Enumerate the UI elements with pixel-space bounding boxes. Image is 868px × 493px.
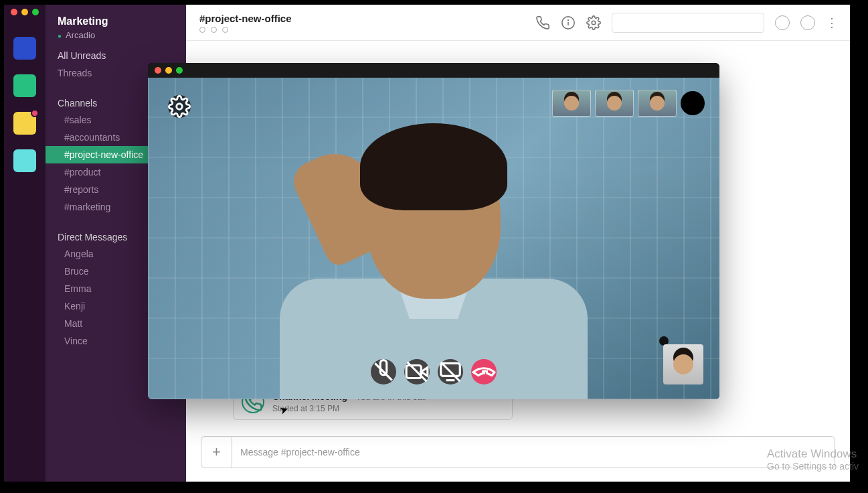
nav-all-unreads[interactable]: All Unreads [46,47,186,64]
channel-title: #project-new-office [199,13,292,24]
call-card-time: Started at 3:15 PM [272,404,426,413]
minimize-icon[interactable] [21,9,28,15]
video-call-window [148,63,719,399]
participant-thumb-2[interactable] [595,90,634,117]
maximize-icon[interactable] [176,67,183,74]
call-settings-button[interactable] [168,95,191,118]
notification-badge-icon [31,109,39,117]
svg-line-5 [375,363,392,380]
workspace-tile-1[interactable] [13,37,36,60]
call-controls [371,359,497,384]
participant-thumb-1[interactable] [552,90,591,117]
channel-subinfo [199,27,292,33]
maximize-icon[interactable] [32,9,39,15]
more-menu-icon[interactable]: ⋮ [826,15,837,30]
workspace-switcher [4,5,46,482]
channel-header: #project-new-office ⋮ [186,5,850,41]
info-icon[interactable] [561,15,576,30]
search-input[interactable] [612,13,764,33]
self-view[interactable] [663,344,703,384]
svg-point-3 [592,21,596,25]
camera-toggle-button[interactable] [404,359,430,384]
end-call-button[interactable] [471,359,497,384]
phone-icon[interactable] [535,15,550,30]
workspace-tile-4[interactable] [13,149,36,172]
svg-point-2 [568,19,569,20]
team-name: Marketing [58,15,174,27]
participant-thumbnails [552,90,705,117]
member-dot-icon [199,27,205,33]
gear-icon[interactable] [586,15,601,30]
team-header[interactable]: Marketing Arcadio [46,13,186,47]
participant-thumb-empty [681,91,705,115]
screenshare-button[interactable] [438,359,463,384]
workspace-tile-3[interactable] [13,112,36,135]
participant-thumb-3[interactable] [638,90,677,117]
mute-button[interactable] [371,359,396,384]
message-composer[interactable]: + Message #project-new-office [201,436,835,468]
starred-icon[interactable] [800,15,815,30]
channel-meta: #project-new-office [199,13,292,33]
attach-button[interactable]: + [201,437,232,468]
close-icon[interactable] [155,67,161,74]
user-presence: Arcadio [58,30,174,40]
main-video-feed [148,78,719,399]
minimize-icon[interactable] [165,67,172,74]
main-participant [260,111,608,399]
close-icon[interactable] [11,9,17,15]
window-traffic-lights [11,9,39,15]
composer-placeholder: Message #project-new-office [232,447,360,457]
call-window-titlebar [148,63,719,78]
member-dot-icon [211,27,217,33]
svg-line-11 [441,362,460,382]
mentions-icon[interactable] [775,15,790,30]
member-dot-icon [222,27,228,33]
svg-point-4 [177,104,183,110]
workspace-tile-2[interactable] [13,74,36,97]
